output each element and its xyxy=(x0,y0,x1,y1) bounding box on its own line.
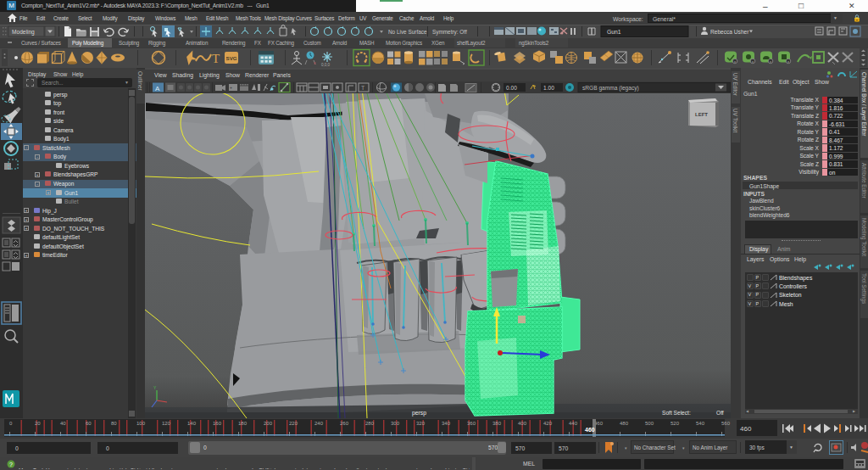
svg-text:360: 360 xyxy=(467,421,476,426)
svg-text:x: x xyxy=(770,59,771,64)
svg-text:380: 380 xyxy=(492,421,502,426)
svg-text:60: 60 xyxy=(86,421,92,426)
svg-text:LEFT: LEFT xyxy=(695,112,708,117)
svg-text:480: 480 xyxy=(620,421,629,426)
svg-text:?: ? xyxy=(9,462,13,467)
svg-text:x: x xyxy=(314,60,316,65)
svg-text:A: A xyxy=(155,85,160,92)
svg-text:200: 200 xyxy=(264,421,273,426)
svg-text:40: 40 xyxy=(60,421,66,426)
svg-text:440: 440 xyxy=(569,421,578,426)
svg-text:Gun1: Gun1 xyxy=(607,29,621,35)
svg-text:320: 320 xyxy=(416,421,426,426)
svg-text:540: 540 xyxy=(696,421,705,426)
svg-text:460: 460 xyxy=(740,425,752,433)
svg-text:T: T xyxy=(361,85,365,91)
svg-text:x: x xyxy=(752,59,754,64)
svg-text:+: + xyxy=(230,85,232,90)
svg-text:20: 20 xyxy=(35,421,41,426)
svg-text:500: 500 xyxy=(645,421,654,426)
svg-text:160: 160 xyxy=(213,421,222,426)
svg-text:460: 460 xyxy=(585,427,595,433)
svg-text:0,0,0: 0,0,0 xyxy=(321,63,331,67)
svg-text:Symmetry: Off: Symmetry: Off xyxy=(432,29,467,36)
svg-text:520: 520 xyxy=(670,421,680,426)
svg-text:120: 120 xyxy=(162,421,171,426)
svg-text:SVG: SVG xyxy=(226,55,237,61)
svg-text:T: T xyxy=(212,52,220,65)
svg-text:x: x xyxy=(734,59,736,64)
svg-text:Rebecca Usher: Rebecca Usher xyxy=(710,29,749,35)
svg-text:x: x xyxy=(787,59,789,64)
svg-text:220: 220 xyxy=(289,421,298,426)
svg-text:Modeling: Modeling xyxy=(12,29,35,36)
svg-text:260: 260 xyxy=(340,421,349,426)
svg-text:80: 80 xyxy=(111,421,117,426)
svg-text:1.00: 1.00 xyxy=(543,85,554,91)
svg-text:180: 180 xyxy=(238,421,248,426)
svg-text:0.00: 0.00 xyxy=(506,85,517,91)
svg-text:No Live Surface: No Live Surface xyxy=(388,29,427,35)
svg-text:560: 560 xyxy=(721,421,731,426)
svg-text:140: 140 xyxy=(187,421,197,426)
svg-text:340: 340 xyxy=(442,421,451,426)
svg-text:420: 420 xyxy=(543,421,553,426)
svg-text:300: 300 xyxy=(391,421,400,426)
svg-text:240: 240 xyxy=(314,421,324,426)
svg-text:sRGB gamma (legacy): sRGB gamma (legacy) xyxy=(582,85,639,92)
svg-text:280: 280 xyxy=(365,421,375,426)
svg-text:400: 400 xyxy=(518,421,527,426)
svg-text:100: 100 xyxy=(136,421,146,426)
